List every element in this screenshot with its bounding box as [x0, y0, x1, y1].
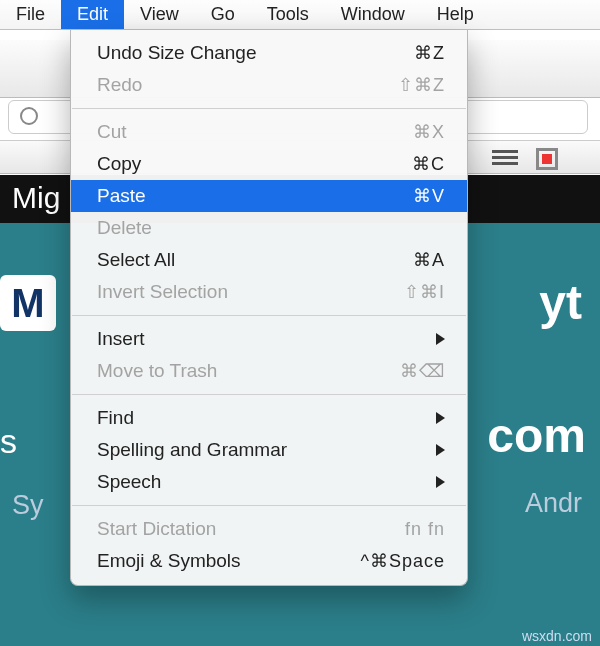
- bg-text-fragment: yt: [539, 275, 582, 330]
- menu-item-select-all[interactable]: Select All ⌘A: [71, 244, 467, 276]
- logo-badge: M: [0, 275, 56, 331]
- menu-item-insert[interactable]: Insert: [71, 323, 467, 355]
- color-picker-icon[interactable]: [536, 148, 558, 170]
- menu-icon[interactable]: [492, 150, 518, 166]
- menu-item-start-dictation: Start Dictation fn fn: [71, 513, 467, 545]
- menu-window[interactable]: Window: [325, 0, 421, 29]
- menu-item-label: Invert Selection: [97, 281, 345, 303]
- menu-item-label: Select All: [97, 249, 345, 271]
- menu-item-label: Find: [97, 407, 436, 429]
- menu-item-shortcut: ⌘Z: [345, 42, 445, 64]
- bg-text-fragment: Sy: [12, 490, 44, 521]
- menu-item-shortcut: ⌘C: [345, 153, 445, 175]
- watermark: wsxdn.com: [522, 628, 592, 644]
- menu-file[interactable]: File: [0, 0, 61, 29]
- menu-item-paste[interactable]: Paste ⌘V: [71, 180, 467, 212]
- submenu-arrow-icon: [436, 412, 445, 424]
- menu-item-shortcut: ^⌘Space: [345, 550, 445, 572]
- menu-item-label: Paste: [97, 185, 345, 207]
- menu-item-label: Start Dictation: [97, 518, 345, 540]
- menu-item-shortcut: ⌘A: [345, 249, 445, 271]
- menu-item-label: Redo: [97, 74, 345, 96]
- menu-edit[interactable]: Edit: [61, 0, 124, 29]
- menu-item-undo[interactable]: Undo Size Change ⌘Z: [71, 37, 467, 69]
- menu-item-redo: Redo ⇧⌘Z: [71, 69, 467, 101]
- search-icon: [20, 107, 38, 125]
- menu-item-shortcut: ⌘V: [345, 185, 445, 207]
- menu-go[interactable]: Go: [195, 0, 251, 29]
- menu-item-label: Insert: [97, 328, 436, 350]
- submenu-arrow-icon: [436, 444, 445, 456]
- menu-separator: [72, 505, 466, 506]
- menu-item-label: Emoji & Symbols: [97, 550, 345, 572]
- menu-item-shortcut: ⌘X: [345, 121, 445, 143]
- menu-item-label: Copy: [97, 153, 345, 175]
- menu-item-shortcut: ⇧⌘I: [345, 281, 445, 303]
- menu-item-shortcut: ⇧⌘Z: [345, 74, 445, 96]
- menu-item-find[interactable]: Find: [71, 402, 467, 434]
- menu-item-label: Spelling and Grammar: [97, 439, 436, 461]
- menu-item-copy[interactable]: Copy ⌘C: [71, 148, 467, 180]
- menu-view[interactable]: View: [124, 0, 195, 29]
- menu-item-label: Speech: [97, 471, 436, 493]
- menu-help[interactable]: Help: [421, 0, 490, 29]
- menu-separator: [72, 394, 466, 395]
- menu-item-spelling-and-grammar[interactable]: Spelling and Grammar: [71, 434, 467, 466]
- menu-item-cut: Cut ⌘X: [71, 116, 467, 148]
- bg-text-fragment: Andr: [525, 488, 582, 519]
- menu-separator: [72, 315, 466, 316]
- bg-text-fragment: s: [0, 422, 17, 461]
- menu-item-emoji-and-symbols[interactable]: Emoji & Symbols ^⌘Space: [71, 545, 467, 577]
- menu-item-label: Undo Size Change: [97, 42, 345, 64]
- menu-item-speech[interactable]: Speech: [71, 466, 467, 498]
- menu-tools[interactable]: Tools: [251, 0, 325, 29]
- menu-item-label: Move to Trash: [97, 360, 345, 382]
- bg-text-fragment: com: [487, 408, 586, 463]
- menu-item-shortcut: fn fn: [345, 519, 445, 540]
- menu-item-label: Delete: [97, 217, 345, 239]
- menu-item-shortcut: ⌘⌫: [345, 360, 445, 382]
- menu-bar: File Edit View Go Tools Window Help: [0, 0, 600, 30]
- menu-item-delete: Delete: [71, 212, 467, 244]
- edit-menu-dropdown: Undo Size Change ⌘Z Redo ⇧⌘Z Cut ⌘X Copy…: [70, 30, 468, 586]
- menu-item-move-to-trash: Move to Trash ⌘⌫: [71, 355, 467, 387]
- menu-separator: [72, 108, 466, 109]
- menu-item-label: Cut: [97, 121, 345, 143]
- menu-item-invert-selection: Invert Selection ⇧⌘I: [71, 276, 467, 308]
- submenu-arrow-icon: [436, 333, 445, 345]
- submenu-arrow-icon: [436, 476, 445, 488]
